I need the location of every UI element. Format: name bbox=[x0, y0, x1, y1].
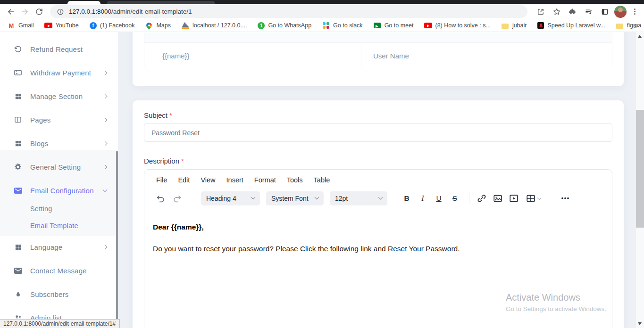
sidebar-item-withdraw-payment[interactable]: Withdraw Payment bbox=[0, 63, 118, 82]
side-panel-extension-icon[interactable] bbox=[598, 5, 611, 18]
bookmark-maps[interactable]: Maps bbox=[145, 22, 171, 29]
forward-button[interactable] bbox=[18, 5, 32, 19]
phpmyadmin-icon bbox=[182, 22, 189, 29]
bookmark-gmail[interactable]: MGmail bbox=[8, 22, 34, 29]
bookmark-whatsapp[interactable]: 1Go to WhatsApp bbox=[258, 22, 311, 29]
bookmark-meet[interactable]: Go to meet bbox=[374, 22, 414, 29]
bookmark-youtube-video[interactable]: (8) How to solve : s... bbox=[424, 22, 490, 29]
sidebar-item-pages[interactable]: Pages bbox=[0, 110, 118, 129]
chevron-right-icon bbox=[103, 94, 108, 98]
menu-edit[interactable]: Edit bbox=[178, 176, 190, 184]
editor-toolbar: Heading 4 System Font 12pt B I U S bbox=[144, 187, 612, 210]
editor-content[interactable]: Dear {{name}}, Do you want to reset your… bbox=[144, 210, 612, 266]
editor-heading: Dear {{name}}, bbox=[153, 223, 603, 231]
scroll-up-arrow-icon[interactable] bbox=[638, 35, 642, 38]
subject-input[interactable] bbox=[144, 123, 612, 142]
menu-table[interactable]: Table bbox=[314, 176, 330, 184]
underline-button[interactable]: U bbox=[431, 191, 447, 205]
chrome-menu-icon[interactable] bbox=[634, 11, 636, 12]
refresh-button[interactable] bbox=[32, 5, 46, 19]
puzzle-icon bbox=[569, 8, 577, 16]
font-size-select[interactable]: 12pt bbox=[330, 191, 387, 205]
menu-view[interactable]: View bbox=[201, 176, 215, 184]
extensions-button[interactable] bbox=[566, 5, 579, 18]
description-label: Description* bbox=[144, 157, 184, 165]
bookmarks-overflow-button[interactable]: » bbox=[634, 22, 637, 30]
sidebar-item-contact-message[interactable]: Contact Message bbox=[0, 261, 118, 280]
chevron-right-icon bbox=[103, 141, 108, 146]
bookmark-slack[interactable]: Go to slack bbox=[322, 22, 363, 29]
playlist-extension-icon[interactable] bbox=[582, 5, 595, 18]
bookmark-youtube[interactable]: YouTube bbox=[45, 22, 79, 29]
more-toolbar-button[interactable] bbox=[564, 197, 566, 199]
email-template-form-card: Subject* Description* File Edit View Ins… bbox=[133, 100, 624, 328]
bookmark-facebook[interactable]: f(1) Facebook bbox=[90, 22, 135, 29]
chevron-down-icon bbox=[537, 196, 541, 199]
sidebar-item-blogs[interactable]: Blogs bbox=[0, 134, 118, 153]
bookmark-laravel[interactable]: ASpeed Up Laravel w... bbox=[537, 22, 605, 29]
back-button[interactable] bbox=[4, 5, 18, 19]
bookmark-star-button[interactable] bbox=[550, 5, 563, 18]
menu-insert[interactable]: Insert bbox=[226, 176, 243, 184]
insert-table-button[interactable] bbox=[522, 191, 544, 205]
address-bar[interactable]: 127.0.0.1:8000/admin/edit-email-template… bbox=[50, 5, 527, 18]
grid-icon bbox=[13, 93, 23, 100]
insert-link-button[interactable] bbox=[474, 191, 490, 205]
sidebar-item-refund-request[interactable]: Refund Request bbox=[0, 40, 118, 58]
table-header-row bbox=[144, 32, 612, 43]
editor-paragraph: Do you want to reset your password? Plea… bbox=[153, 245, 603, 253]
tab-strip bbox=[0, 0, 644, 4]
insert-media-button[interactable] bbox=[506, 191, 522, 205]
slack-icon bbox=[322, 22, 330, 29]
columns-icon bbox=[13, 116, 23, 123]
profile-avatar[interactable] bbox=[614, 6, 627, 18]
rotate-ccw-icon bbox=[13, 45, 23, 53]
folder-icon bbox=[502, 24, 509, 29]
whatsapp-badge-icon: 1 bbox=[258, 22, 265, 29]
page-scrollbar[interactable] bbox=[636, 32, 644, 328]
font-family-select[interactable]: System Font bbox=[266, 191, 324, 205]
sidebar-item-subscribers[interactable]: Subscribers bbox=[0, 285, 118, 303]
bookmark-folder-figma[interactable]: figma bbox=[616, 22, 642, 29]
link-icon bbox=[477, 193, 487, 204]
menu-format[interactable]: Format bbox=[254, 176, 276, 184]
chevron-right-icon bbox=[103, 70, 108, 75]
status-url-bar: 127.0.0.1:8000/admin/edit-email-template… bbox=[0, 319, 120, 328]
bold-button[interactable]: B bbox=[399, 191, 415, 205]
variables-table: {{name}} User Name bbox=[144, 32, 612, 68]
scroll-down-arrow-icon[interactable] bbox=[638, 322, 642, 325]
bookmark-folder-jubair[interactable]: jubair bbox=[502, 22, 527, 29]
mail-icon bbox=[13, 268, 23, 274]
sidebar-item-email-configuration[interactable]: Email Configuration bbox=[0, 181, 118, 200]
chevron-right-icon bbox=[103, 245, 108, 249]
sidebar-item-manage-section[interactable]: Manage Section bbox=[0, 87, 118, 106]
strikethrough-button[interactable]: S bbox=[447, 191, 463, 205]
share-button[interactable] bbox=[534, 5, 547, 18]
table-row: {{name}} User Name bbox=[144, 43, 612, 68]
italic-button[interactable]: I bbox=[415, 191, 431, 205]
undo-button[interactable] bbox=[153, 191, 169, 205]
menu-file[interactable]: File bbox=[156, 176, 167, 184]
sidebar-item-general-setting[interactable]: General Setting bbox=[0, 157, 118, 176]
grid-icon bbox=[13, 140, 23, 147]
sidebar-subitem-email-template[interactable]: Email Template bbox=[0, 217, 118, 234]
style-select[interactable]: Heading 4 bbox=[201, 191, 260, 205]
required-asterisk: * bbox=[181, 157, 184, 165]
chevron-down-icon bbox=[103, 188, 108, 192]
image-icon bbox=[493, 193, 503, 204]
droplet-icon bbox=[13, 290, 23, 298]
redo-button[interactable] bbox=[169, 191, 185, 205]
maps-pin-icon bbox=[145, 22, 153, 30]
sidebar-item-language[interactable]: Language bbox=[0, 238, 118, 256]
star-icon bbox=[552, 8, 561, 16]
insert-image-button[interactable] bbox=[490, 191, 506, 205]
scrollbar-thumb[interactable] bbox=[636, 110, 644, 228]
media-icon bbox=[509, 193, 519, 204]
gmail-icon: M bbox=[8, 22, 15, 29]
sidebar-subitem-setting[interactable]: Setting bbox=[0, 200, 118, 217]
table-cell-meaning: User Name bbox=[361, 43, 612, 68]
chevron-right-icon bbox=[103, 117, 108, 122]
forward-icon bbox=[20, 7, 30, 16]
bookmark-phpmyadmin[interactable]: localhost / 127.0.0.... bbox=[182, 22, 247, 29]
menu-tools[interactable]: Tools bbox=[287, 176, 303, 184]
